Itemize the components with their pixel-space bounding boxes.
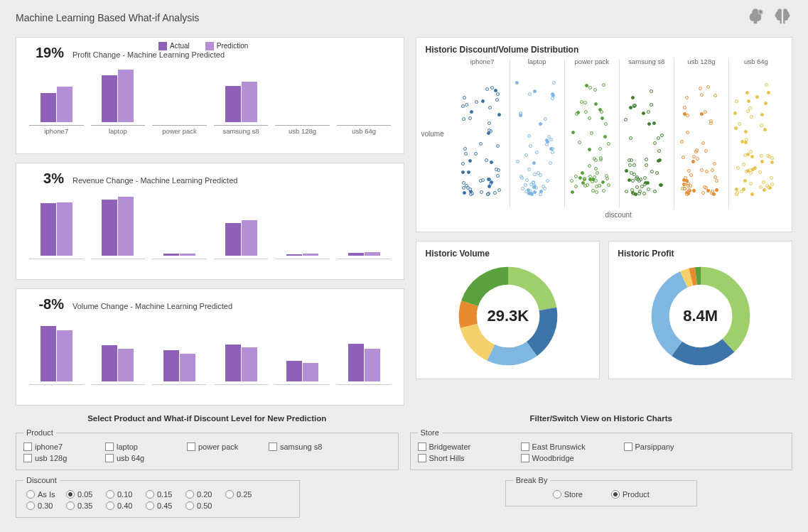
breakby-radio-product[interactable]: Product: [611, 490, 650, 499]
store-checkbox-East-Brunswick[interactable]: East Brunswick: [521, 443, 624, 451]
scatter-point: [583, 101, 587, 104]
scatter-point: [750, 192, 754, 196]
bar-prediction: [118, 349, 134, 381]
bar-prediction: [118, 197, 134, 256]
scatter-point: [770, 183, 774, 186]
checkbox-label: Woodbridge: [532, 454, 574, 462]
scatter-point: [490, 161, 493, 164]
scatter-point: [764, 102, 767, 105]
radio-icon: [146, 490, 154, 499]
scatter-point: [590, 131, 593, 135]
product-checkbox-iphone7[interactable]: iphone7: [23, 443, 105, 451]
scatter-point: [742, 163, 745, 166]
checkbox-icon: [105, 443, 114, 451]
discount-radio-0.20[interactable]: 0.20: [185, 490, 217, 499]
left-controls-title: Select Product and What-if Discount Leve…: [16, 414, 399, 423]
scatter-point: [736, 191, 739, 195]
scatter-point: [481, 99, 485, 103]
scatter-point: [624, 118, 627, 121]
discount-radio-0.05[interactable]: 0.05: [66, 490, 97, 499]
scatter-point: [479, 142, 483, 146]
scatter-point: [655, 171, 659, 175]
store-checkbox-Woodbridge[interactable]: Woodbridge: [521, 454, 624, 462]
scatter-point: [481, 178, 485, 182]
bar-category-label: laptop: [91, 125, 146, 135]
bar-prediction: [180, 354, 195, 381]
scatter-point: [583, 184, 587, 188]
discount-radio-As-Is[interactable]: As Is: [26, 490, 58, 499]
discount-radio-0.45[interactable]: 0.45: [146, 501, 177, 510]
scatter-point: [650, 170, 654, 173]
discount-radio-0.15[interactable]: 0.15: [146, 490, 177, 499]
scatter-point: [595, 190, 598, 194]
scatter-point: [521, 187, 524, 190]
scatter-point: [638, 190, 642, 193]
scatter-point: [689, 184, 692, 188]
discount-radio-0.40[interactable]: 0.40: [106, 501, 137, 510]
scatter-point: [695, 148, 699, 152]
radio-label: 0.05: [77, 490, 92, 499]
scatter-point: [746, 153, 750, 156]
bar-legend: ActualPrediction: [158, 42, 248, 50]
scatter-point: [647, 188, 650, 191]
scatter-point: [552, 81, 556, 85]
product-checkbox-samsung-s8[interactable]: samsung s8: [269, 443, 350, 451]
radio-icon: [106, 501, 114, 510]
radio-label: 0.10: [117, 490, 132, 499]
product-checkbox-usb-128g[interactable]: usb 128g: [23, 454, 105, 462]
scatter-point: [758, 170, 762, 174]
scatter-point: [770, 176, 773, 180]
scatter-facet-label: iphone7: [455, 58, 509, 65]
brain-icon[interactable]: [772, 7, 792, 29]
discount-radio-0.25[interactable]: 0.25: [225, 490, 257, 499]
store-checkbox-Parsippany[interactable]: Parsippany: [624, 443, 727, 451]
scatter-point: [581, 171, 584, 175]
radio-icon: [185, 501, 194, 510]
scatter-point: [625, 169, 628, 173]
scatter-point: [770, 161, 774, 164]
legend-label: Actual: [170, 42, 190, 50]
bar-group: [214, 190, 269, 261]
radio-label: 0.25: [237, 490, 252, 499]
discount-radio-0.10[interactable]: 0.10: [106, 490, 137, 499]
scatter-point: [692, 155, 696, 158]
radio-label: 0.20: [197, 490, 212, 499]
scatter-facet: usb 64g: [728, 59, 783, 208]
scatter-point: [711, 168, 714, 172]
scatter-point: [497, 188, 501, 192]
store-legend: Store: [418, 428, 442, 437]
bar-category-label: [214, 384, 269, 386]
scatter-point: [539, 190, 543, 193]
product-checkbox-usb-64g[interactable]: usb 64g: [105, 454, 187, 462]
product-checkbox-laptop[interactable]: laptop: [105, 443, 187, 451]
scatter-point: [685, 96, 689, 99]
historic-scatter-panel: Historic Discount/Volume Distribution vo…: [416, 37, 792, 232]
discount-fieldset: Discount As Is0.050.100.150.200.250.300.…: [16, 476, 300, 518]
store-checkbox-Bridgewater[interactable]: Bridgewater: [418, 443, 521, 451]
discount-radio-0.35[interactable]: 0.35: [66, 501, 97, 510]
radio-icon: [26, 490, 35, 499]
scatter-point: [485, 158, 488, 162]
checkbox-label: Parsippany: [635, 443, 674, 451]
historic-scatter-title: Historic Discount/Volume Distribution: [425, 45, 783, 55]
scatter-point: [486, 192, 490, 196]
store-checkbox-Short-Hills[interactable]: Short Hills: [418, 454, 521, 462]
bar-category-label: usb 64g: [337, 125, 392, 135]
breakby-radio-store[interactable]: Store: [553, 490, 583, 499]
scatter-point: [650, 103, 653, 107]
scatter-ylabel: volume: [421, 130, 443, 138]
discount-radio-0.30[interactable]: 0.30: [26, 501, 58, 510]
scatter-point: [539, 122, 542, 126]
ml-settings-icon[interactable]: [745, 7, 765, 29]
scatter-point: [545, 139, 549, 142]
bar-category-label: iphone7: [29, 125, 84, 135]
scatter-point: [740, 190, 743, 193]
discount-radio-0.50[interactable]: 0.50: [185, 501, 217, 510]
scatter-point: [602, 189, 605, 192]
scatter-point: [696, 157, 699, 161]
product-checkbox-power-pack[interactable]: power pack: [187, 443, 269, 451]
historic-profit-center: 8.4M: [683, 307, 718, 325]
bar-group: [152, 190, 207, 261]
scatter-point: [588, 164, 591, 168]
scatter-point: [659, 183, 662, 187]
